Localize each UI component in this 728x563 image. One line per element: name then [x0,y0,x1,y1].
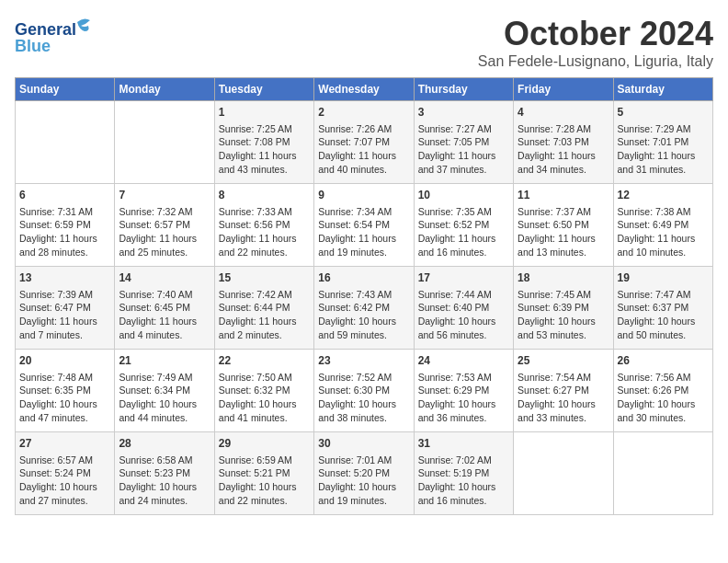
day-number: 6 [19,188,110,203]
day-info: Sunrise: 7:43 AM Sunset: 6:42 PM Dayligh… [318,288,409,342]
day-number: 30 [318,436,409,452]
svg-text:Blue: Blue [15,37,51,55]
weekday-header: Thursday [414,78,513,101]
page-header: General Blue October 2024 San Fedele-Lus… [15,15,713,70]
calendar-cell: 8Sunrise: 7:33 AM Sunset: 6:56 PM Daylig… [214,184,313,267]
day-number: 28 [119,436,210,452]
weekday-header: Tuesday [214,78,313,101]
day-number: 13 [19,270,110,286]
calendar-cell: 12Sunrise: 7:38 AM Sunset: 6:49 PM Dayli… [613,184,712,267]
calendar-cell: 1Sunrise: 7:25 AM Sunset: 7:08 PM Daylig… [214,101,313,184]
day-info: Sunrise: 7:25 AM Sunset: 7:08 PM Dayligh… [219,122,310,177]
calendar-cell: 3Sunrise: 7:27 AM Sunset: 7:05 PM Daylig… [414,101,513,184]
day-number: 4 [518,105,609,121]
day-number: 10 [418,188,509,203]
calendar-cell: 9Sunrise: 7:34 AM Sunset: 6:54 PM Daylig… [314,184,414,267]
day-number: 1 [219,105,310,121]
day-number: 15 [219,270,310,286]
weekday-header: Sunday [16,78,115,101]
day-number: 12 [618,188,709,203]
day-number: 31 [418,436,509,452]
day-info: Sunrise: 7:27 AM Sunset: 7:05 PM Dayligh… [418,122,509,177]
calendar-cell: 10Sunrise: 7:35 AM Sunset: 6:52 PM Dayli… [414,184,513,267]
calendar-week-row: 27Sunrise: 6:57 AM Sunset: 5:24 PM Dayli… [16,432,713,515]
day-info: Sunrise: 7:37 AM Sunset: 6:50 PM Dayligh… [518,205,609,259]
calendar-table: SundayMondayTuesdayWednesdayThursdayFrid… [15,77,713,515]
day-info: Sunrise: 7:32 AM Sunset: 6:57 PM Dayligh… [119,205,210,259]
month-title: October 2024 [478,15,713,53]
day-info: Sunrise: 7:02 AM Sunset: 5:19 PM Dayligh… [418,454,509,508]
day-number: 17 [418,270,509,286]
day-info: Sunrise: 7:53 AM Sunset: 6:29 PM Dayligh… [418,371,509,425]
calendar-cell: 2Sunrise: 7:26 AM Sunset: 7:07 PM Daylig… [314,101,414,184]
day-number: 11 [518,188,609,203]
location-title: San Fedele-Lusignano, Liguria, Italy [478,53,713,70]
day-info: Sunrise: 7:45 AM Sunset: 6:39 PM Dayligh… [518,288,609,342]
title-block: October 2024 San Fedele-Lusignano, Ligur… [478,15,713,70]
calendar-week-row: 20Sunrise: 7:48 AM Sunset: 6:35 PM Dayli… [16,350,713,432]
day-number: 27 [19,436,110,452]
weekday-header: Wednesday [314,78,414,101]
day-info: Sunrise: 7:39 AM Sunset: 6:47 PM Dayligh… [19,288,110,342]
day-number: 9 [318,188,409,203]
day-info: Sunrise: 7:01 AM Sunset: 5:20 PM Dayligh… [318,454,409,508]
weekday-header: Friday [514,78,613,101]
calendar-cell: 17Sunrise: 7:44 AM Sunset: 6:40 PM Dayli… [414,267,513,350]
calendar-cell: 24Sunrise: 7:53 AM Sunset: 6:29 PM Dayli… [414,350,513,432]
calendar-cell: 25Sunrise: 7:54 AM Sunset: 6:27 PM Dayli… [514,350,613,432]
day-number: 19 [618,270,709,286]
day-number: 7 [119,188,210,203]
day-number: 3 [418,105,509,121]
day-info: Sunrise: 7:54 AM Sunset: 6:27 PM Dayligh… [518,371,609,425]
calendar-week-row: 6Sunrise: 7:31 AM Sunset: 6:59 PM Daylig… [16,184,713,267]
day-info: Sunrise: 6:57 AM Sunset: 5:24 PM Dayligh… [19,454,110,508]
calendar-cell: 28Sunrise: 6:58 AM Sunset: 5:23 PM Dayli… [115,432,214,515]
logo-svg: General Blue [15,15,97,59]
calendar-week-row: 1Sunrise: 7:25 AM Sunset: 7:08 PM Daylig… [16,101,713,184]
calendar-cell [115,101,214,184]
day-number: 25 [518,353,609,369]
day-number: 29 [219,436,310,452]
day-info: Sunrise: 7:40 AM Sunset: 6:45 PM Dayligh… [119,288,210,342]
calendar-cell: 30Sunrise: 7:01 AM Sunset: 5:20 PM Dayli… [314,432,414,515]
day-info: Sunrise: 7:44 AM Sunset: 6:40 PM Dayligh… [418,288,509,342]
calendar-cell: 21Sunrise: 7:49 AM Sunset: 6:34 PM Dayli… [115,350,214,432]
day-info: Sunrise: 7:50 AM Sunset: 6:32 PM Dayligh… [219,371,310,425]
calendar-cell: 11Sunrise: 7:37 AM Sunset: 6:50 PM Dayli… [514,184,613,267]
weekday-header-row: SundayMondayTuesdayWednesdayThursdayFrid… [16,78,713,101]
calendar-cell: 14Sunrise: 7:40 AM Sunset: 6:45 PM Dayli… [115,267,214,350]
day-info: Sunrise: 7:35 AM Sunset: 6:52 PM Dayligh… [418,205,509,259]
day-info: Sunrise: 7:33 AM Sunset: 6:56 PM Dayligh… [219,205,310,259]
day-info: Sunrise: 7:31 AM Sunset: 6:59 PM Dayligh… [19,205,110,259]
calendar-cell [613,432,712,515]
calendar-cell: 19Sunrise: 7:47 AM Sunset: 6:37 PM Dayli… [613,267,712,350]
day-number: 21 [119,353,210,369]
day-number: 14 [119,270,210,286]
calendar-cell: 22Sunrise: 7:50 AM Sunset: 6:32 PM Dayli… [214,350,313,432]
calendar-cell: 6Sunrise: 7:31 AM Sunset: 6:59 PM Daylig… [16,184,115,267]
day-number: 18 [518,270,609,286]
day-info: Sunrise: 7:34 AM Sunset: 6:54 PM Dayligh… [318,205,409,259]
svg-text:General: General [15,20,76,39]
calendar-cell: 18Sunrise: 7:45 AM Sunset: 6:39 PM Dayli… [514,267,613,350]
day-number: 26 [618,353,709,369]
calendar-cell [514,432,613,515]
day-info: Sunrise: 7:56 AM Sunset: 6:26 PM Dayligh… [618,371,709,425]
logo: General Blue [15,15,97,59]
day-info: Sunrise: 7:42 AM Sunset: 6:44 PM Dayligh… [219,288,310,342]
day-info: Sunrise: 6:59 AM Sunset: 5:21 PM Dayligh… [219,454,310,508]
calendar-cell: 27Sunrise: 6:57 AM Sunset: 5:24 PM Dayli… [16,432,115,515]
day-info: Sunrise: 7:26 AM Sunset: 7:07 PM Dayligh… [318,122,409,177]
calendar-cell: 16Sunrise: 7:43 AM Sunset: 6:42 PM Dayli… [314,267,414,350]
day-info: Sunrise: 7:48 AM Sunset: 6:35 PM Dayligh… [19,371,110,425]
day-number: 8 [219,188,310,203]
calendar-cell [16,101,115,184]
day-number: 2 [318,105,409,121]
calendar-cell: 23Sunrise: 7:52 AM Sunset: 6:30 PM Dayli… [314,350,414,432]
day-info: Sunrise: 7:28 AM Sunset: 7:03 PM Dayligh… [518,122,609,177]
calendar-cell: 31Sunrise: 7:02 AM Sunset: 5:19 PM Dayli… [414,432,513,515]
day-info: Sunrise: 7:29 AM Sunset: 7:01 PM Dayligh… [618,122,709,177]
day-number: 24 [418,353,509,369]
calendar-cell: 20Sunrise: 7:48 AM Sunset: 6:35 PM Dayli… [16,350,115,432]
day-info: Sunrise: 7:49 AM Sunset: 6:34 PM Dayligh… [119,371,210,425]
